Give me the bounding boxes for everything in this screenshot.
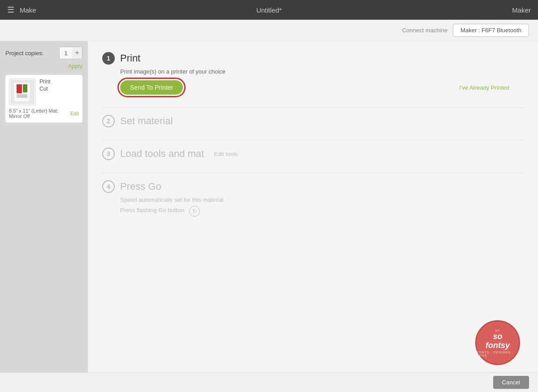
step4-press-note: Press flashing Go button.	[120, 207, 186, 213]
step3-title: Load tools and mat	[120, 148, 204, 160]
step1-subtitle: Print image(s) on a printer of your choi…	[120, 68, 524, 75]
watermark-line3: fontsy	[486, 341, 510, 350]
step3-circle: 3	[102, 148, 115, 160]
svg-rect-5	[17, 94, 27, 98]
watermark: so so fontsy FONTS · DESIGNS · SVGS	[475, 320, 520, 365]
step1-row: Send To Printer I've Already Printed	[120, 80, 524, 95]
mat-item: Print Cut 8.5" x 11" (Letter) Mat; Mirro…	[5, 75, 82, 122]
step2-header: 2 Set material	[102, 115, 524, 127]
step1-body: Print image(s) on a printer of your choi…	[120, 68, 524, 95]
mat-cut-label: Cut	[39, 86, 51, 92]
step4-header: 4 Press Go	[102, 180, 524, 193]
content-area: 1 Print Print image(s) on a printer of y…	[88, 41, 538, 372]
connect-machine-button[interactable]: Maker : F6F7 Bluetooth	[453, 24, 529, 37]
step1-item: 1 Print Print image(s) on a printer of y…	[102, 52, 524, 95]
step2-item: 2 Set material	[102, 115, 524, 127]
step4-body: Speed automatically set for this materia…	[120, 196, 524, 217]
project-copies-label: Project copies:	[5, 50, 59, 57]
bottom-bar: Cancel	[0, 372, 538, 392]
step1-circle: 1	[102, 52, 115, 65]
project-copies-row: Project copies: 1 +	[5, 47, 82, 59]
divider2	[102, 140, 524, 140]
mat-thumbnail	[9, 78, 36, 105]
copies-increase-button[interactable]: +	[72, 47, 82, 59]
mat-info-text: 8.5" x 11" (Letter) Mat; Mirror Off	[9, 108, 70, 119]
send-to-printer-button[interactable]: Send To Printer	[120, 80, 183, 95]
sidebar: Project copies: 1 + Apply	[0, 41, 88, 372]
connect-label: Connect machine	[402, 27, 447, 34]
step4-speed-note: Speed automatically set for this materia…	[120, 196, 524, 203]
make-label: Make	[20, 6, 36, 14]
step4-title: Press Go	[120, 181, 161, 192]
divider1	[102, 107, 524, 108]
press-go-row: Press flashing Go button. ↻	[120, 206, 524, 217]
watermark-line1: so	[495, 328, 500, 332]
page-title: Untitled*	[256, 6, 282, 14]
watermark-line2: so	[493, 332, 502, 341]
step3-header: 3 Load tools and mat Edit tools	[102, 148, 524, 160]
copies-value: 1	[60, 47, 72, 59]
edit-tools-link[interactable]: Edit tools	[214, 151, 238, 157]
menu-icon[interactable]: ☰	[7, 5, 14, 15]
copies-control: 1 +	[59, 47, 82, 59]
svg-rect-3	[17, 84, 22, 93]
topbar: ☰ Make Untitled* Maker	[0, 0, 538, 20]
step2-title: Set material	[120, 115, 173, 127]
refresh-icon: ↻	[189, 206, 200, 217]
machine-label: Maker	[512, 6, 531, 14]
cancel-button[interactable]: Cancel	[493, 376, 529, 389]
mat-edit-button[interactable]: Edit	[70, 111, 79, 116]
connect-bar: Connect machine Maker : F6F7 Bluetooth	[0, 20, 538, 41]
svg-rect-4	[23, 84, 27, 92]
apply-button[interactable]: Apply	[68, 63, 82, 70]
main-layout: Project copies: 1 + Apply	[0, 41, 538, 372]
step1-title: Print	[120, 52, 140, 64]
step2-circle: 2	[102, 115, 115, 127]
mat-print-label: Print	[39, 78, 51, 85]
step4-item: 4 Press Go Speed automatically set for t…	[102, 180, 524, 217]
step3-item: 3 Load tools and mat Edit tools	[102, 148, 524, 160]
divider3	[102, 173, 524, 173]
watermark-line4: FONTS · DESIGNS · SVGS	[477, 351, 519, 357]
already-printed-button[interactable]: I've Already Printed	[459, 84, 509, 91]
step1-header: 1 Print	[102, 52, 524, 65]
step4-circle: 4	[102, 180, 115, 193]
